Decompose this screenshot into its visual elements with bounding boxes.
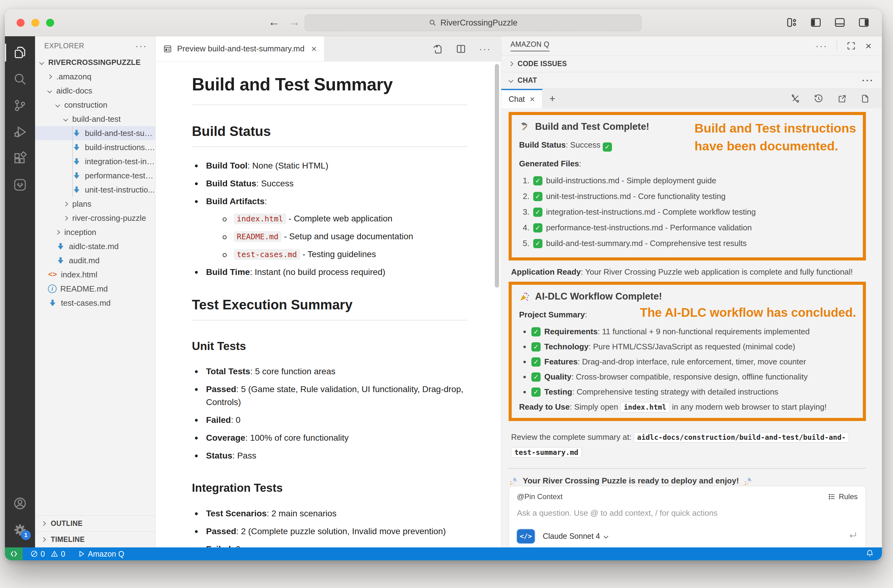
- file-tree: RIVERCROSSINGPUZZLE.amazonqaidlc-docscon…: [35, 56, 155, 516]
- close-panel-icon[interactable]: ×: [865, 40, 872, 52]
- toggle-panel-icon[interactable]: [834, 17, 846, 28]
- forward-arrow-icon[interactable]: →: [289, 15, 300, 29]
- more-actions-icon[interactable]: ···: [479, 47, 491, 50]
- toggle-secondary-sidebar-icon[interactable]: [858, 17, 870, 28]
- chat-input[interactable]: Ask a question. Use @ to add context, / …: [517, 508, 858, 518]
- markdown-file-icon: [56, 256, 65, 265]
- outline-section[interactable]: OUTLINE: [35, 516, 155, 531]
- model-selector[interactable]: Claude Sonnet 4: [543, 532, 607, 541]
- warning-icon: [50, 550, 59, 558]
- tree-item-performance-test-i-[interactable]: performance-test-i...: [35, 168, 155, 183]
- open-preview-icon[interactable]: [432, 44, 443, 54]
- tab-chat[interactable]: Chat ×: [501, 89, 543, 108]
- sidebar-item-amazon-q[interactable]: [5, 171, 35, 198]
- doc-list-item: Test Scenarios: 2 main scenarios: [192, 507, 467, 520]
- doc-sublist-item: index.html - Complete web application: [219, 212, 467, 225]
- markdown-file-icon: [72, 143, 81, 152]
- tree-item-build-and-test[interactable]: build-and-test: [35, 112, 155, 126]
- tree-item-rivercrossingpuzzle[interactable]: RIVERCROSSINGPUZZLE: [35, 56, 155, 69]
- timeline-section[interactable]: TIMELINE: [35, 531, 155, 547]
- tree-item-label: build-and-test: [72, 114, 121, 124]
- generated-file-row: 1.✓build-instructions.md - Simple deploy…: [523, 176, 855, 185]
- deploy-ready-text: Your River Crossing Puzzle is ready to d…: [523, 476, 739, 486]
- tree-item-build-instructions-md[interactable]: build-instructions.md: [35, 140, 155, 154]
- tree-item-aidlc-docs[interactable]: aidlc-docs: [35, 84, 155, 98]
- rules-button[interactable]: Rules: [828, 492, 858, 501]
- explorer-sidebar: EXPLORER ··· RIVERCROSSINGPUZZLE.amazonq…: [35, 36, 156, 547]
- sidebar-item-explorer[interactable]: [5, 39, 35, 66]
- chat-more-actions-icon[interactable]: ···: [862, 79, 874, 82]
- chat-section-label: CHAT: [517, 76, 537, 84]
- generated-file-row: 3.✓integration-test-instructions.md - Co…: [523, 207, 855, 217]
- new-file-icon[interactable]: [860, 94, 870, 104]
- zoom-window-button[interactable]: [46, 19, 54, 27]
- check-icon: ✓: [533, 176, 543, 185]
- tree-item-label: integration-test-ins...: [85, 157, 155, 166]
- doc-heading: Unit Tests: [192, 338, 467, 355]
- agent-mode-button[interactable]: </>: [517, 529, 535, 543]
- markdown-file-icon: [48, 299, 57, 307]
- tree-item-integration-test-ins-[interactable]: integration-test-ins...: [35, 154, 155, 168]
- check-icon: ✓: [531, 342, 541, 352]
- pin-context-button[interactable]: @Pin Context: [517, 492, 562, 501]
- chevron-down-icon: [39, 60, 44, 65]
- tree-item-test-cases-md[interactable]: test-cases.md: [35, 296, 155, 310]
- new-chat-tab-button[interactable]: +: [543, 89, 562, 108]
- tree-item-index-html[interactable]: <>index.html: [35, 268, 155, 282]
- export-icon[interactable]: [837, 94, 847, 104]
- tree-item-river-crossing-puzzle[interactable]: river-crossing-puzzle: [35, 211, 155, 225]
- sidebar-item-search[interactable]: [5, 66, 35, 92]
- tree-item--amazonq[interactable]: .amazonq: [35, 69, 155, 84]
- tree-item-readme-md[interactable]: iREADME.md: [35, 282, 155, 296]
- tools-icon[interactable]: [790, 94, 800, 104]
- command-center-search[interactable]: RiverCrossingPuzzle: [305, 15, 642, 31]
- split-editor-icon[interactable]: [456, 44, 466, 54]
- remote-icon: [10, 550, 18, 558]
- close-window-button[interactable]: [17, 19, 25, 27]
- doc-list-item: Coverage: 100% of core functionality: [192, 432, 467, 444]
- code-issues-section[interactable]: CODE ISSUES: [501, 56, 882, 72]
- tree-item-audit-md[interactable]: audit.md: [35, 253, 155, 268]
- sidebar-item-run-debug[interactable]: [5, 119, 35, 145]
- close-icon[interactable]: ×: [530, 95, 535, 104]
- chat-divider: [509, 468, 866, 469]
- chat-section[interactable]: CHAT ···: [501, 72, 882, 89]
- back-arrow-icon[interactable]: ←: [268, 15, 280, 29]
- tree-item-construction[interactable]: construction: [35, 98, 155, 112]
- tree-item-inception[interactable]: inception: [35, 225, 155, 239]
- party-popper-icon: [519, 291, 530, 302]
- maximize-panel-icon[interactable]: [846, 41, 856, 51]
- tree-item-label: index.html: [61, 270, 98, 280]
- tree-item-label: aidlc-docs: [56, 86, 92, 96]
- tab-preview-build-and-test-summary[interactable]: Preview build-and-test-summary.md ×: [156, 36, 325, 61]
- editor-scrollbar[interactable]: [495, 64, 499, 287]
- generated-file-row: 2.✓unit-test-instructions.md - Core func…: [523, 192, 855, 201]
- customize-layout-icon[interactable]: [786, 17, 798, 28]
- minimize-window-button[interactable]: [32, 19, 39, 27]
- account-button[interactable]: [5, 490, 35, 517]
- bell-icon: [866, 549, 874, 557]
- source-control-icon: [13, 98, 27, 113]
- send-button[interactable]: [848, 530, 858, 542]
- toggle-sidebar-icon[interactable]: [810, 17, 822, 28]
- chevron-down-icon: [47, 88, 52, 93]
- remote-indicator[interactable]: [5, 547, 23, 560]
- ready-to-use-line: Ready to Use: Simply open index.html in …: [519, 402, 855, 412]
- tree-item-label: .amazonq: [56, 72, 91, 81]
- check-icon: ✓: [533, 208, 543, 217]
- amazon-q-status[interactable]: Amazon Q: [78, 550, 124, 558]
- settings-button[interactable]: 1: [5, 517, 35, 543]
- explorer-more-actions-icon[interactable]: ···: [135, 44, 147, 47]
- tree-item-unit-test-instructio-[interactable]: unit-test-instructio...: [35, 183, 155, 197]
- tree-item-aidlc-state-md[interactable]: aidlc-state.md: [35, 239, 155, 253]
- history-icon[interactable]: [814, 94, 824, 104]
- sidebar-item-source-control[interactable]: [5, 92, 35, 119]
- problems-indicator[interactable]: 0 0: [30, 550, 65, 558]
- doc-list-item: Status: Pass: [192, 449, 467, 462]
- sidebar-item-extensions[interactable]: [5, 145, 35, 171]
- tree-item-build-and-test-sum-[interactable]: build-and-test-sum...: [35, 126, 155, 140]
- notifications-button[interactable]: [866, 549, 874, 559]
- tree-item-plans[interactable]: plans: [35, 197, 155, 211]
- panel-more-actions-icon[interactable]: ···: [815, 44, 827, 47]
- close-icon[interactable]: ×: [311, 44, 317, 54]
